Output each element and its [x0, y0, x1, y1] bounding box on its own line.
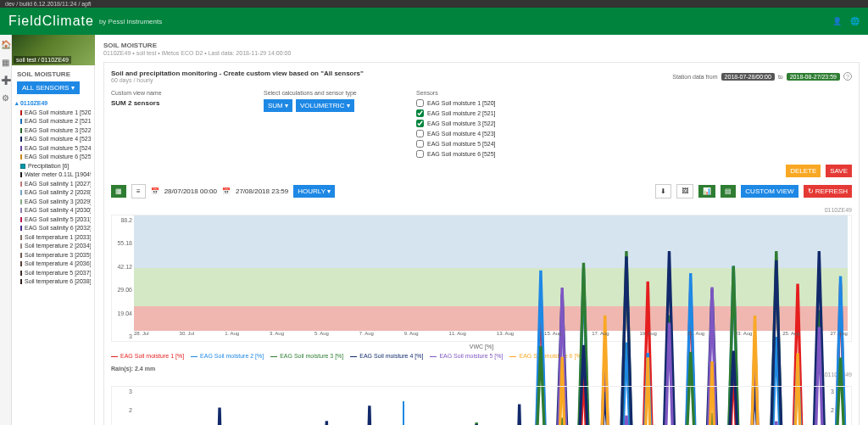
main: SOIL MOISTURE 0110ZE49 • soil test • iMe…	[95, 35, 868, 425]
sidebar: soil test / 0110ZE49 SOIL MOISTURE ALL S…	[12, 35, 95, 425]
chart-toolbar: ▦ ≡ 📅 28/07/2018 00:00 📅 27/08/2018 23:5…	[111, 184, 852, 199]
nav-rail: 🏠 ▦ ➕ ⚙	[0, 35, 12, 425]
custom-view-button[interactable]: CUSTOM VIEW	[741, 185, 798, 198]
station-thumb[interactable]: soil test / 0110ZE49	[12, 35, 95, 65]
sensor-check[interactable]: EAG Soil moisture 2 [521]	[416, 109, 535, 117]
main-chart: 0110ZE49 88.255.1842.1229.0619.043 28. J…	[111, 207, 852, 359]
tree-item[interactable]: EAG Soil moisture 3 [522]	[20, 126, 91, 136]
tree-item[interactable]: Soil temperature 5 [2037]	[20, 269, 91, 278]
rain-bars	[134, 392, 829, 425]
topbar: FieldClimate by Pessl Instruments 👤 🌐	[0, 8, 868, 35]
station-from-label: Station data from	[672, 74, 717, 80]
name-value: SUM 2 sensors	[111, 99, 230, 107]
brand-logo: FieldClimate	[8, 14, 94, 29]
tree-item[interactable]: EAG Soil moisture 2 [521]	[20, 117, 91, 126]
save-button[interactable]: SAVE	[826, 165, 852, 177]
tree-root[interactable]: ▴ 0110ZE49	[15, 99, 91, 109]
date-from-badge[interactable]: 2018-07-28/00:00	[721, 73, 775, 81]
all-sensors-button[interactable]: ALL SENSORS ▾	[17, 81, 80, 94]
sensors-label: Sensors	[416, 90, 535, 96]
tree-item[interactable]: EAG Soil salinity 6 [2032]	[20, 224, 91, 233]
help-icon[interactable]: ?	[843, 72, 852, 81]
date-to[interactable]: 27/08/2018 23:59	[236, 187, 288, 195]
rain-y-left: 3210	[114, 387, 132, 425]
rain-chart: 3210 3210 28. Jul30. Jul1. Aug3. Aug5. A…	[111, 386, 852, 425]
sensor-check[interactable]: EAG Soil moisture 4 [523]	[416, 130, 535, 137]
user-icon[interactable]: 👤	[832, 17, 842, 25]
image-icon[interactable]: 🖼	[676, 184, 693, 199]
table-icon[interactable]: ▤	[721, 185, 736, 198]
tree-item[interactable]: EAG Soil salinity 5 [2031]	[20, 215, 91, 225]
tree-item[interactable]: Soil temperature 4 [2036]	[20, 260, 91, 269]
tree-item[interactable]: EAG Soil moisture 5 [524]	[20, 144, 91, 154]
volumetric-button[interactable]: VOLUMETRIC ▾	[296, 99, 354, 112]
calendar-icon: 📅	[222, 187, 231, 195]
calc-label: Select calculations and sensor type	[264, 90, 382, 96]
date-to-badge[interactable]: 2018-08-27/23:59	[787, 73, 840, 81]
tree-item[interactable]: EAG Soil salinity 2 [2028]	[20, 188, 91, 198]
chart-icon[interactable]: 📊	[698, 185, 715, 198]
refresh-button[interactable]: ↻ REFRESH	[804, 185, 852, 198]
sensor-tree: ▴ 0110ZE49 EAG Soil moisture 1 [520]EAG …	[12, 99, 94, 295]
add-icon[interactable]: ➕	[1, 75, 11, 85]
sensor-check[interactable]: EAG Soil moisture 1 [520]	[416, 99, 535, 107]
home-icon[interactable]: 🏠	[1, 40, 11, 49]
version-strip: dev / build 6.12.2018/11:24 / apfi	[0, 0, 868, 8]
tree-item[interactable]: Water meter 0.11L [19049]	[20, 171, 91, 180]
list-icon[interactable]: ≡	[131, 184, 146, 199]
grid-icon[interactable]: ▦	[111, 185, 126, 198]
calendar-icon: 📅	[151, 187, 159, 195]
page-title: SOIL MOISTURE 0110ZE49 • soil test • iMe…	[103, 42, 860, 57]
dashboard-icon[interactable]: ▦	[2, 58, 9, 67]
tree-item[interactable]: Soil temperature 3 [2035]	[20, 251, 91, 260]
tree-item[interactable]: EAG Soil salinity 4 [2030]	[20, 206, 91, 215]
sum-button[interactable]: SUM ▾	[264, 99, 292, 112]
panel-title: Soil and precipitation monitoring - Crea…	[111, 70, 364, 77]
date-from[interactable]: 28/07/2018 00:00	[164, 187, 217, 195]
rain-y-right: 3210	[831, 387, 849, 425]
name-label: Custom view name	[111, 90, 230, 96]
download-icon[interactable]: ⬇	[655, 184, 671, 199]
y-axis: 88.255.1842.1229.0619.043	[114, 215, 132, 341]
station-thumb-label: soil test / 0110ZE49	[14, 56, 71, 64]
x-axis: 28. Jul30. Jul1. Aug3. Aug5. Aug7. Aug9.…	[134, 331, 848, 341]
tree-item[interactable]: EAG Soil moisture 1 [520]	[20, 109, 91, 118]
tree-item[interactable]: Precipitation [6]	[20, 162, 91, 171]
page-subtitle: 0110ZE49 • soil test • iMetos ECO D2 • L…	[103, 50, 291, 56]
sidebar-title: SOIL MOISTURE	[12, 65, 94, 81]
settings-icon[interactable]: ⚙	[2, 93, 9, 103]
sensor-check[interactable]: EAG Soil moisture 3 [522]	[416, 120, 535, 127]
tree-item[interactable]: EAG Soil salinity 1 [2027]	[20, 180, 91, 189]
tree-item[interactable]: Soil temperature 6 [2038]	[20, 277, 91, 287]
globe-icon[interactable]: 🌐	[850, 17, 860, 25]
config-panel: Soil and precipitation monitoring - Crea…	[103, 62, 860, 425]
brand-sub: by Pessl Instruments	[99, 18, 162, 25]
panel-sub: 60 days / hourly	[111, 77, 364, 83]
frequency-button[interactable]: HOURLY ▾	[293, 185, 335, 198]
tree-item[interactable]: EAG Soil salinity 3 [2029]	[20, 198, 91, 207]
sensor-check[interactable]: EAG Soil moisture 5 [524]	[416, 140, 535, 148]
chart-station-id: 0110ZE49	[111, 207, 852, 213]
tree-item[interactable]: Soil temperature 1 [2033]	[20, 233, 91, 243]
delete-button[interactable]: DELETE	[786, 165, 821, 177]
tree-item[interactable]: EAG Soil moisture 6 [525]	[20, 153, 91, 162]
tree-item[interactable]: EAG Soil moisture 4 [523]	[20, 135, 91, 144]
sensor-check[interactable]: EAG Soil moisture 6 [525]	[416, 150, 535, 158]
tree-item[interactable]: Soil temperature 2 [2034]	[20, 242, 91, 251]
